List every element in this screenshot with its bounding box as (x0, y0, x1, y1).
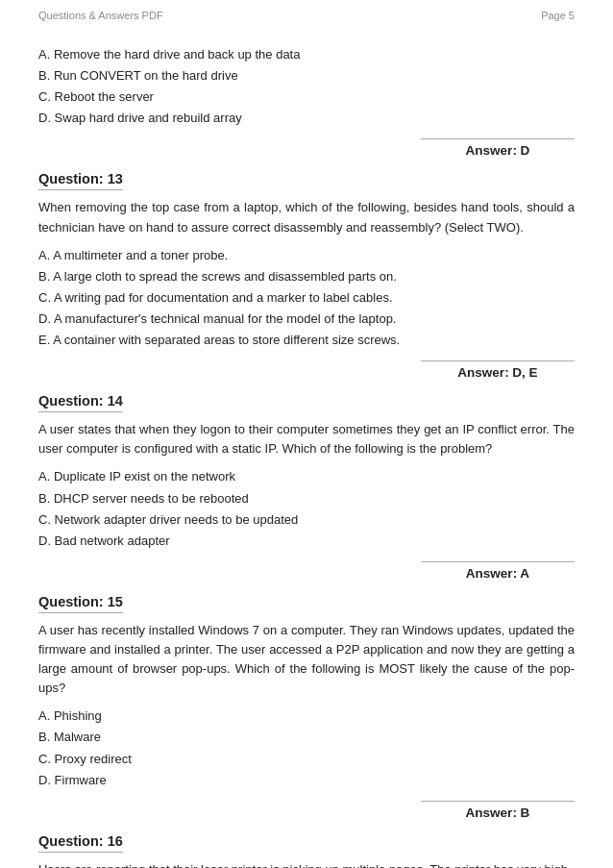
question-13-answer-box: Answer: D, E (38, 360, 575, 380)
question-14-body: A user states that when they logon to th… (38, 420, 575, 459)
header-left: Questions & Answers PDF (38, 10, 163, 21)
q14-option-b: B. DHCP server needs to be rebooted (38, 488, 575, 509)
q13-option-a: A. A multimeter and a toner probe. (38, 245, 575, 266)
question-13-block: Question: 13 When removing the top case … (38, 171, 575, 351)
header-right: Page 5 (541, 10, 575, 21)
question-14-options: A. Duplicate IP exist on the network B. … (38, 466, 575, 551)
question-16-block: Question: 16 Users are reporting that th… (38, 833, 575, 868)
intro-option-c: C. Reboot the server (38, 87, 575, 108)
question-15-answer: Answer: B (421, 801, 575, 820)
question-16-title: Question: 16 (38, 833, 123, 853)
intro-option-d: D. Swap hard drive and rebuild array (38, 108, 575, 129)
page-container: Questions & Answers PDF Page 5 A. Remove… (0, 0, 613, 868)
page-header: Questions & Answers PDF Page 5 (0, 0, 613, 27)
q14-option-a: A. Duplicate IP exist on the network (38, 466, 575, 487)
question-13-body: When removing the top case from a laptop… (38, 198, 575, 236)
q15-option-b: B. Malware (38, 727, 575, 748)
q15-option-a: A. Phishing (38, 706, 575, 727)
q13-option-d: D. A manufacturer's technical manual for… (38, 309, 575, 330)
question-14-block: Question: 14 A user states that when the… (38, 393, 575, 552)
intro-answer-box: Answer: D (38, 138, 575, 158)
q15-option-c: C. Proxy redirect (38, 749, 575, 770)
intro-option-b: B. Run CONVERT on the hard drive (38, 65, 575, 87)
question-16-body: Users are reporting that their laser pri… (38, 860, 575, 868)
q13-option-b: B. A large cloth to spread the screws an… (38, 266, 575, 287)
intro-options: A. Remove the hard drive and back up the… (38, 44, 575, 129)
q13-option-c: C. A writing pad for documentation and a… (38, 287, 575, 309)
q13-option-e: E. A container with separated areas to s… (38, 330, 575, 351)
question-15-block: Question: 15 A user has recently install… (38, 594, 575, 791)
intro-option-a: A. Remove the hard drive and back up the… (38, 44, 575, 65)
question-15-title: Question: 15 (38, 594, 123, 613)
question-14-answer-box: Answer: A (38, 561, 575, 581)
q14-option-c: C. Network adapter driver needs to be up… (38, 509, 575, 531)
question-13-title: Question: 13 (38, 171, 123, 190)
main-content: A. Remove the hard drive and back up the… (0, 27, 613, 868)
question-13-options: A. A multimeter and a toner probe. B. A … (38, 245, 575, 351)
question-15-answer-box: Answer: B (38, 801, 575, 820)
question-15-options: A. Phishing B. Malware C. Proxy redirect… (38, 706, 575, 790)
intro-answer: Answer: D (421, 138, 575, 158)
question-14-answer: Answer: A (421, 561, 575, 581)
question-14-title: Question: 14 (38, 393, 123, 412)
q15-option-d: D. Firmware (38, 770, 575, 791)
question-15-body: A user has recently installed Windows 7 … (38, 621, 575, 699)
question-13-answer: Answer: D, E (421, 360, 575, 380)
q14-option-d: D. Bad network adapter (38, 531, 575, 552)
